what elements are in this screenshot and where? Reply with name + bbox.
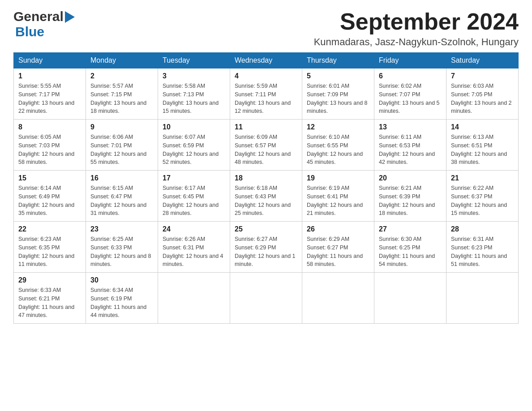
day-number: 21 [451, 174, 514, 182]
day-number: 13 [379, 123, 442, 131]
day-info: Sunrise: 6:27 AMSunset: 6:29 PMDaylight:… [235, 235, 297, 269]
day-info: Sunrise: 6:13 AMSunset: 6:51 PMDaylight:… [451, 133, 514, 167]
day-number: 30 [90, 276, 153, 284]
calendar-cell [374, 273, 446, 324]
calendar-cell: 2 Sunrise: 5:57 AMSunset: 7:15 PMDayligh… [86, 68, 158, 120]
title-area: September 2024 Kunmadaras, Jasz-Nagykun-… [314, 9, 519, 48]
day-info: Sunrise: 6:09 AMSunset: 6:57 PMDaylight:… [235, 133, 297, 167]
day-number: 23 [90, 225, 153, 233]
header-tuesday: Tuesday [158, 53, 230, 68]
day-info: Sunrise: 6:31 AMSunset: 6:23 PMDaylight:… [451, 235, 514, 269]
calendar-cell: 4 Sunrise: 5:59 AMSunset: 7:11 PMDayligh… [230, 68, 302, 120]
calendar-cell: 16 Sunrise: 6:15 AMSunset: 6:47 PMDaylig… [86, 171, 158, 222]
calendar-cell: 13 Sunrise: 6:11 AMSunset: 6:53 PMDaylig… [374, 120, 446, 171]
calendar-cell: 25 Sunrise: 6:27 AMSunset: 6:29 PMDaylig… [230, 222, 302, 273]
day-info: Sunrise: 5:58 AMSunset: 7:13 PMDaylight:… [163, 82, 225, 116]
day-info: Sunrise: 6:33 AMSunset: 6:21 PMDaylight:… [18, 286, 81, 320]
week-row-5: 29 Sunrise: 6:33 AMSunset: 6:21 PMDaylig… [14, 273, 519, 324]
day-number: 11 [235, 123, 297, 131]
calendar-cell: 28 Sunrise: 6:31 AMSunset: 6:23 PMDaylig… [446, 222, 519, 273]
calendar-cell: 26 Sunrise: 6:29 AMSunset: 6:27 PMDaylig… [302, 222, 374, 273]
calendar-cell: 7 Sunrise: 6:03 AMSunset: 7:05 PMDayligh… [446, 68, 519, 120]
day-number: 20 [379, 174, 442, 182]
day-info: Sunrise: 6:30 AMSunset: 6:25 PMDaylight:… [379, 235, 442, 269]
calendar-cell: 14 Sunrise: 6:13 AMSunset: 6:51 PMDaylig… [446, 120, 519, 171]
header-monday: Monday [86, 53, 158, 68]
calendar-cell: 19 Sunrise: 6:19 AMSunset: 6:41 PMDaylig… [302, 171, 374, 222]
day-number: 26 [307, 225, 369, 233]
header-wednesday: Wednesday [230, 53, 302, 68]
day-info: Sunrise: 6:10 AMSunset: 6:55 PMDaylight:… [307, 133, 369, 167]
calendar-cell: 20 Sunrise: 6:21 AMSunset: 6:39 PMDaylig… [374, 171, 446, 222]
day-info: Sunrise: 6:26 AMSunset: 6:31 PMDaylight:… [163, 235, 225, 269]
logo: General Blue [13, 9, 75, 39]
month-title: September 2024 [314, 9, 519, 34]
day-number: 16 [90, 174, 153, 182]
day-number: 8 [18, 123, 81, 131]
day-info: Sunrise: 6:18 AMSunset: 6:43 PMDaylight:… [235, 184, 297, 218]
day-number: 29 [18, 276, 81, 284]
day-info: Sunrise: 6:19 AMSunset: 6:41 PMDaylight:… [307, 184, 369, 218]
header-sunday: Sunday [14, 53, 86, 68]
calendar-cell: 24 Sunrise: 6:26 AMSunset: 6:31 PMDaylig… [158, 222, 230, 273]
day-number: 22 [18, 225, 81, 233]
calendar-cell: 15 Sunrise: 6:14 AMSunset: 6:49 PMDaylig… [14, 171, 86, 222]
calendar-cell: 18 Sunrise: 6:18 AMSunset: 6:43 PMDaylig… [230, 171, 302, 222]
calendar-cell: 11 Sunrise: 6:09 AMSunset: 6:57 PMDaylig… [230, 120, 302, 171]
day-number: 5 [307, 72, 369, 80]
week-row-4: 22 Sunrise: 6:23 AMSunset: 6:35 PMDaylig… [14, 222, 519, 273]
day-info: Sunrise: 6:34 AMSunset: 6:19 PMDaylight:… [90, 286, 153, 320]
day-info: Sunrise: 6:23 AMSunset: 6:35 PMDaylight:… [18, 235, 81, 269]
day-info: Sunrise: 6:17 AMSunset: 6:45 PMDaylight:… [163, 184, 225, 218]
logo-general-text: General [13, 9, 64, 24]
header-friday: Friday [374, 53, 446, 68]
weekday-header-row: Sunday Monday Tuesday Wednesday Thursday… [14, 53, 519, 68]
day-info: Sunrise: 6:02 AMSunset: 7:07 PMDaylight:… [379, 82, 442, 116]
calendar-cell [230, 273, 302, 324]
calendar-cell [446, 273, 519, 324]
week-row-2: 8 Sunrise: 6:05 AMSunset: 7:03 PMDayligh… [14, 120, 519, 171]
day-number: 7 [451, 72, 514, 80]
day-info: Sunrise: 6:03 AMSunset: 7:05 PMDaylight:… [451, 82, 514, 116]
day-info: Sunrise: 6:11 AMSunset: 6:53 PMDaylight:… [379, 133, 442, 167]
day-number: 27 [379, 225, 442, 233]
calendar-cell: 22 Sunrise: 6:23 AMSunset: 6:35 PMDaylig… [14, 222, 86, 273]
calendar-cell: 5 Sunrise: 6:01 AMSunset: 7:09 PMDayligh… [302, 68, 374, 120]
header-thursday: Thursday [302, 53, 374, 68]
day-number: 18 [235, 174, 297, 182]
day-number: 9 [90, 123, 153, 131]
week-row-3: 15 Sunrise: 6:14 AMSunset: 6:49 PMDaylig… [14, 171, 519, 222]
calendar-cell: 17 Sunrise: 6:17 AMSunset: 6:45 PMDaylig… [158, 171, 230, 222]
day-number: 25 [235, 225, 297, 233]
calendar-cell: 6 Sunrise: 6:02 AMSunset: 7:07 PMDayligh… [374, 68, 446, 120]
calendar-cell: 21 Sunrise: 6:22 AMSunset: 6:37 PMDaylig… [446, 171, 519, 222]
day-info: Sunrise: 6:22 AMSunset: 6:37 PMDaylight:… [451, 184, 514, 218]
day-info: Sunrise: 6:14 AMSunset: 6:49 PMDaylight:… [18, 184, 81, 218]
calendar-cell: 8 Sunrise: 6:05 AMSunset: 7:03 PMDayligh… [14, 120, 86, 171]
day-number: 15 [18, 174, 81, 182]
day-info: Sunrise: 6:07 AMSunset: 6:59 PMDaylight:… [163, 133, 225, 167]
day-number: 12 [307, 123, 369, 131]
day-number: 17 [163, 174, 225, 182]
day-info: Sunrise: 6:25 AMSunset: 6:33 PMDaylight:… [90, 235, 153, 269]
calendar-cell: 9 Sunrise: 6:06 AMSunset: 7:01 PMDayligh… [86, 120, 158, 171]
day-info: Sunrise: 5:55 AMSunset: 7:17 PMDaylight:… [18, 82, 81, 116]
day-info: Sunrise: 6:29 AMSunset: 6:27 PMDaylight:… [307, 235, 369, 269]
day-number: 28 [451, 225, 514, 233]
calendar-cell: 23 Sunrise: 6:25 AMSunset: 6:33 PMDaylig… [86, 222, 158, 273]
day-info: Sunrise: 6:06 AMSunset: 7:01 PMDaylight:… [90, 133, 153, 167]
day-info: Sunrise: 5:57 AMSunset: 7:15 PMDaylight:… [90, 82, 153, 116]
calendar-cell: 1 Sunrise: 5:55 AMSunset: 7:17 PMDayligh… [14, 68, 86, 120]
logo-arrow-icon [65, 11, 75, 23]
location-subtitle: Kunmadaras, Jasz-Nagykun-Szolnok, Hungar… [314, 36, 519, 48]
calendar-cell: 3 Sunrise: 5:58 AMSunset: 7:13 PMDayligh… [158, 68, 230, 120]
calendar-cell: 10 Sunrise: 6:07 AMSunset: 6:59 PMDaylig… [158, 120, 230, 171]
calendar-cell [302, 273, 374, 324]
day-info: Sunrise: 6:15 AMSunset: 6:47 PMDaylight:… [90, 184, 153, 218]
page-header: General Blue September 2024 Kunmadaras, … [13, 9, 519, 48]
calendar-cell: 12 Sunrise: 6:10 AMSunset: 6:55 PMDaylig… [302, 120, 374, 171]
day-number: 3 [163, 72, 225, 80]
day-number: 19 [307, 174, 369, 182]
week-row-1: 1 Sunrise: 5:55 AMSunset: 7:17 PMDayligh… [14, 68, 519, 120]
svg-marker-0 [65, 11, 75, 23]
